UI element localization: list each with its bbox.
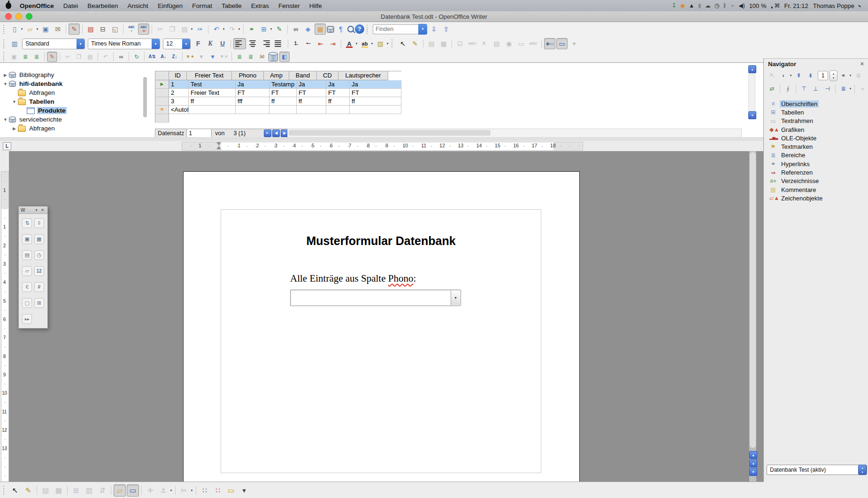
find-replace-button[interactable]: ∞ [290, 23, 301, 35]
row-selector[interactable] [155, 114, 169, 123]
image-control-icon[interactable]: ▦ [34, 234, 44, 244]
table-cell[interactable]: 3 [169, 97, 189, 106]
toolbar-drag-handle[interactable] [392, 39, 393, 48]
collapse-arrow-icon[interactable]: ▼ [12, 100, 17, 104]
bullet-list-button[interactable]: •– [303, 38, 314, 49]
explorer-on-off-button[interactable]: ◧ [279, 52, 290, 62]
paste-dropdown[interactable]: ▾ [190, 27, 193, 31]
edit-file-button[interactable]: ✎ [69, 23, 80, 35]
display-grid-button[interactable]: ∷ [199, 484, 211, 497]
font-name-selector[interactable]: Times New Roman ▾ [88, 38, 160, 49]
input-source-icon[interactable]: ⌘ [775, 3, 780, 8]
open-file-dropdown[interactable]: ▾ [36, 27, 39, 31]
column-header-cd[interactable]: CD [317, 71, 338, 80]
table-cell[interactable]: Testamp [269, 80, 297, 89]
auto-spellcheck-icon[interactable]: ABC≈≈ [138, 23, 149, 35]
find-dropdown-button[interactable]: ▾ [418, 24, 427, 35]
vertical-ruler[interactable]: 112345678910111213 [0, 151, 9, 482]
zoom-icon[interactable] [347, 26, 354, 32]
image-button-icon[interactable]: ▣ [22, 234, 32, 244]
current-document-data-source-icon[interactable] [268, 52, 278, 62]
navigator-item-tabellen[interactable]: ⊞Tabellen [769, 108, 868, 116]
column-header-phono[interactable]: Phono [232, 71, 264, 80]
palette-close-button[interactable]: ✕ [39, 207, 46, 213]
navigator-item-textmarken[interactable]: ⚑Textmarken [769, 142, 868, 151]
pattern-field-icon[interactable]: # [34, 282, 44, 292]
tree-item-tabellen[interactable]: ▼Tabellen [0, 97, 141, 106]
find-previous-button[interactable]: ⇧ [440, 23, 452, 35]
new-row-selector[interactable]: ✱ [155, 106, 169, 114]
open-in-design-mode-button[interactable]: ▱ [114, 484, 126, 497]
select-arrow-button[interactable]: ↖ [9, 484, 21, 497]
table-cell[interactable]: 1 [169, 80, 189, 89]
font-color-button[interactable]: A [344, 38, 355, 49]
group-box-icon[interactable]: ▢ [22, 298, 32, 308]
more-controls-button[interactable]: ◉▭ [544, 38, 555, 49]
table-cell[interactable]: ff [326, 97, 350, 106]
toolbar-overflow-button[interactable]: ▾ [238, 484, 250, 497]
table-horizontal-scrollbar[interactable] [287, 129, 742, 137]
navigator-item-grafiken[interactable]: ◆▲Grafiken [769, 125, 868, 134]
header-button[interactable]: ⊤ [799, 84, 809, 94]
time-field-icon[interactable]: ◷ [34, 250, 44, 260]
page-down-button[interactable]: ▾ [830, 76, 837, 80]
form-design-button[interactable]: ▭ [556, 38, 568, 49]
scrollbar-track[interactable] [748, 74, 755, 111]
design-mode-toggle-button[interactable]: ✎ [22, 484, 34, 497]
anchor-dropdown[interactable]: ▾ [169, 489, 173, 492]
mail-merge-button[interactable]: ✉ [257, 52, 267, 62]
row-selector[interactable] [155, 97, 169, 106]
navigator-toggle-button[interactable]: ◈ [302, 23, 314, 35]
font-color-dropdown[interactable]: ▾ [355, 42, 358, 46]
table-corner[interactable] [155, 71, 169, 80]
data-sources-icon[interactable] [327, 26, 334, 33]
tree-item-abfragen[interactable]: Abfragen [0, 88, 141, 97]
navigation-toolbox-button[interactable]: ◐ [778, 70, 789, 81]
table-vertical-scrollbar[interactable]: ▴ ▾ [748, 65, 755, 119]
ruler-band[interactable] [1, 171, 9, 482]
record-number-input[interactable]: 1 [186, 129, 212, 137]
edit-data-button[interactable]: ✎ [47, 52, 57, 62]
draw-functions-button[interactable]: ✎ [274, 23, 285, 35]
table-cell[interactable]: Freier Text [189, 89, 236, 97]
numbered-list-button[interactable]: 1. [291, 38, 302, 49]
sort-descending-button[interactable]: Z↓ [169, 52, 180, 62]
next-page-button[interactable]: ⇟ [805, 70, 816, 81]
set-reminder-button[interactable]: ∮ [783, 84, 793, 94]
volume-icon[interactable]: ◀) [738, 3, 745, 8]
table-cell[interactable]: FT [326, 89, 350, 97]
print-button[interactable]: ⊟ [97, 23, 108, 35]
form-text-frame[interactable]: Musterformular Datenbank Alle Einträge a… [221, 209, 541, 473]
table-cell[interactable] [326, 106, 350, 114]
column-header-lautsprecher[interactable]: Lautsprecher [338, 71, 388, 80]
insert-data-as-fields-button[interactable]: ≣ [31, 52, 42, 62]
gallery-button[interactable]: ▦ [315, 23, 326, 35]
palette-menu-dropdown-button[interactable]: ▾ [33, 207, 39, 213]
navigator-item-hyperlinks[interactable]: ⚭Hyperlinks [769, 160, 868, 168]
align-left-icon[interactable] [233, 38, 246, 49]
close-window-button[interactable] [5, 13, 12, 20]
table-cell[interactable] [297, 106, 326, 114]
table-cell[interactable] [236, 106, 269, 114]
anchor-text-toggle-button[interactable]: ⊣ [822, 84, 833, 94]
align-center-icon[interactable] [247, 38, 258, 49]
drag-mode-link-button[interactable]: ⚭ [838, 70, 849, 81]
indent-marker[interactable] [216, 146, 221, 149]
apple-menu-icon[interactable] [6, 2, 11, 9]
menu-format[interactable]: Format [187, 2, 217, 9]
navigator-item-referenzen[interactable]: ⇒Referenzen [769, 168, 868, 176]
expand-arrow-icon[interactable]: ▶ [3, 73, 8, 77]
download-icon[interactable]: ↧ [672, 3, 676, 8]
navigation-bar-icon[interactable]: ▸▸ [22, 314, 32, 324]
refresh-button[interactable]: ↻ [131, 52, 142, 62]
column-header-band[interactable]: Band [289, 71, 317, 80]
increase-indent-button[interactable]: ⇥ [327, 38, 338, 49]
table-cell[interactable]: Ja [350, 80, 401, 89]
export-pdf-button[interactable]: ▤ [85, 23, 96, 35]
tab-type-selector[interactable]: L [3, 142, 11, 150]
row-selector[interactable] [155, 89, 169, 97]
select-arrow-button[interactable]: ↖ [397, 38, 408, 49]
table-scroll-up-button[interactable]: ▴ [748, 65, 756, 73]
navigator-item-überschriften[interactable]: ≡Überschriften [769, 100, 868, 108]
insert-table-button[interactable]: ⊞ [258, 23, 269, 35]
